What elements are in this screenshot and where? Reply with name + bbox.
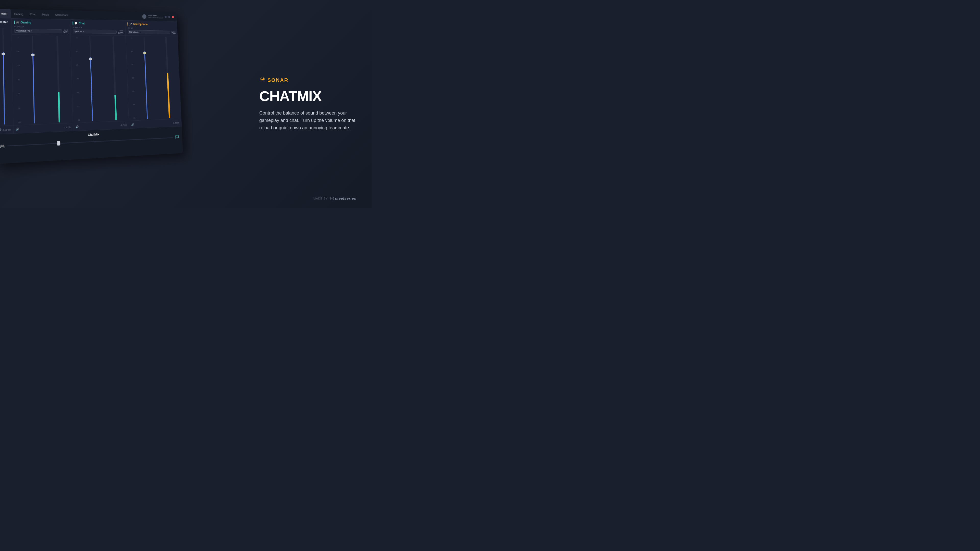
chat-fader-handle[interactable] — [89, 58, 92, 60]
chat-db-value: -2.7 dB — [120, 124, 127, 126]
tab-gaming[interactable]: Gaming — [11, 9, 27, 19]
sonar-logo: SONAR — [259, 76, 356, 84]
mic-vu-fill — [167, 73, 170, 118]
gaming-faders — [21, 36, 71, 124]
gaming-mute-icon[interactable]: 🔊 — [16, 127, 19, 131]
user-name: user12345 SteelSeries Account — [148, 14, 163, 19]
chat-fader-fill-blue — [90, 57, 93, 121]
master-db-value: 0.00 dB — [3, 128, 11, 131]
mic-input-label: INPUT — [127, 27, 175, 30]
mic-device-select[interactable]: Microphone ▾ — [128, 30, 170, 34]
master-fader-handle[interactable] — [2, 53, 5, 55]
chat-icon: 💬 — [74, 22, 78, 25]
mic-fader[interactable] — [134, 37, 158, 120]
steelseries-name: steelseries — [335, 197, 356, 200]
chat-vu — [102, 37, 127, 121]
chatmix-slider-handle[interactable] — [57, 141, 60, 145]
mic-header: 🎤 Microphone INPUT Microphone ▾ Levels 7… — [125, 21, 178, 36]
maximize-button[interactable] — [168, 16, 170, 18]
mic-fader-handle[interactable] — [143, 52, 146, 54]
user-avatar — [142, 14, 146, 19]
chat-mute-icon[interactable]: 🔊 — [75, 125, 79, 129]
mic-fader-fill-blue — [144, 51, 148, 119]
gaming-vu-track — [56, 36, 60, 122]
mic-fader-area: 0 -10 -20 -30 -40 -50 -60 — [126, 36, 181, 121]
steelseries-icon — [330, 197, 334, 200]
master-label: Master — [0, 21, 8, 24]
gaming-label: Gaming — [21, 21, 31, 24]
master-title-row: Master — [0, 21, 9, 24]
chatmix-center-mark — [94, 140, 94, 143]
chatmix-heading: CHATMIX — [259, 89, 356, 103]
gaming-fader[interactable] — [21, 36, 46, 124]
master-footer: 🔊 0.00 dB — [0, 125, 13, 134]
tab-mixer[interactable]: Mixer — [0, 9, 11, 19]
mic-indicator — [127, 22, 128, 26]
gaming-db-value: -1.6 dB — [64, 126, 71, 129]
master-fader-area — [0, 27, 13, 126]
tab-chat[interactable]: Chat — [27, 10, 39, 19]
gaming-scale: 0 -10 -20 -30 -40 -50 -60 — [14, 36, 21, 124]
mic-device-row: Microphone ▾ Levels 75% — [128, 30, 176, 35]
channel-microphone: 🎤 Microphone INPUT Microphone ▾ Levels 7… — [125, 21, 182, 129]
master-fader[interactable] — [0, 28, 11, 125]
chat-scale: 0 -10 -20 -30 -40 -50 -60 — [73, 36, 80, 122]
steelseries-logo: steelseries — [330, 197, 356, 200]
gaming-device-select[interactable]: Arctis Nova Pro ▾ — [14, 29, 62, 33]
gaming-title-row: 🎮 Gaming — [14, 21, 68, 25]
channel-master: Master 🔊 0.00 dB — [0, 18, 14, 134]
gaming-levels: Level 50% — [63, 29, 68, 33]
master-fader-fill — [3, 52, 5, 125]
chat-fader[interactable] — [79, 36, 104, 122]
chat-faders — [79, 36, 127, 122]
mic-faders — [134, 37, 180, 120]
gaming-device-section: PLAYBACK Arctis Nova Pro ▾ Level 50% — [14, 25, 68, 33]
chat-device-select[interactable]: Speakers ▾ — [73, 29, 117, 34]
chat-indicator — [73, 21, 73, 25]
master-mute-icon[interactable]: 🔊 — [0, 128, 2, 132]
channel-gaming: 🎮 Gaming PLAYBACK Arctis Nova Pro ▾ Leve… — [11, 19, 73, 133]
channels-area: Master 🔊 0.00 dB — [0, 18, 182, 134]
mic-fader-track[interactable] — [144, 37, 148, 119]
gaming-vu — [46, 36, 71, 123]
tab-microphone[interactable]: Microphone — [52, 10, 72, 19]
tab-music[interactable]: Music — [39, 10, 52, 19]
gaming-fader-handle[interactable] — [31, 54, 35, 56]
chatmix-description: Control the balance of sound between you… — [259, 110, 356, 131]
chat-title-row: 💬 Chat — [73, 21, 123, 25]
chat-playback-label: PLAYBACK — [73, 26, 123, 29]
steelseries-footer: MADE BY steelseries — [313, 197, 356, 200]
chatmix-chat-icon — [175, 135, 179, 140]
chat-vu-track — [113, 37, 117, 121]
mic-icon: 🎤 — [129, 23, 132, 26]
titlebar-right: user12345 SteelSeries Account — [142, 14, 174, 19]
chat-vu-fill — [115, 95, 117, 121]
sonar-icon — [259, 76, 266, 84]
mic-title-row: 🎤 Microphone — [127, 22, 175, 26]
gaming-fader-track[interactable] — [32, 36, 35, 123]
channel-chat: 💬 Chat PLAYBACK Speakers ▾ Levels 100% — [70, 20, 129, 131]
minimize-button[interactable] — [165, 16, 167, 18]
mic-db-value: -0.00 dB — [172, 121, 180, 124]
mic-vu-track — [165, 37, 170, 118]
svg-point-3 — [262, 79, 263, 80]
mic-label: Microphone — [133, 22, 148, 26]
gaming-playback-label: PLAYBACK — [14, 25, 68, 28]
chat-fader-track[interactable] — [89, 36, 93, 121]
gaming-fader-area: 0 -10 -20 -30 -40 -50 -60 — [12, 35, 73, 125]
info-panel: SONAR CHATMIX Control the balance of sou… — [259, 76, 356, 131]
chatmix-game-icon: 🎮 — [0, 143, 5, 148]
mic-mute-icon[interactable]: 🔊 — [131, 123, 134, 126]
close-button[interactable] — [172, 16, 174, 18]
gaming-indicator — [14, 21, 15, 24]
mic-vu — [156, 37, 180, 119]
made-by-label: MADE BY — [313, 197, 328, 200]
chat-device-section: PLAYBACK Speakers ▾ Levels 100% — [73, 26, 124, 34]
sonar-brand-text: SONAR — [267, 77, 288, 83]
master-faders — [0, 28, 11, 125]
chat-device-row: Speakers ▾ Levels 100% — [73, 29, 124, 34]
chat-levels: Levels 100% — [118, 30, 123, 34]
mic-device-section: INPUT Microphone ▾ Levels 75% — [127, 27, 176, 35]
mic-levels: Levels 75% — [171, 30, 176, 35]
master-fader-track[interactable] — [2, 28, 5, 124]
